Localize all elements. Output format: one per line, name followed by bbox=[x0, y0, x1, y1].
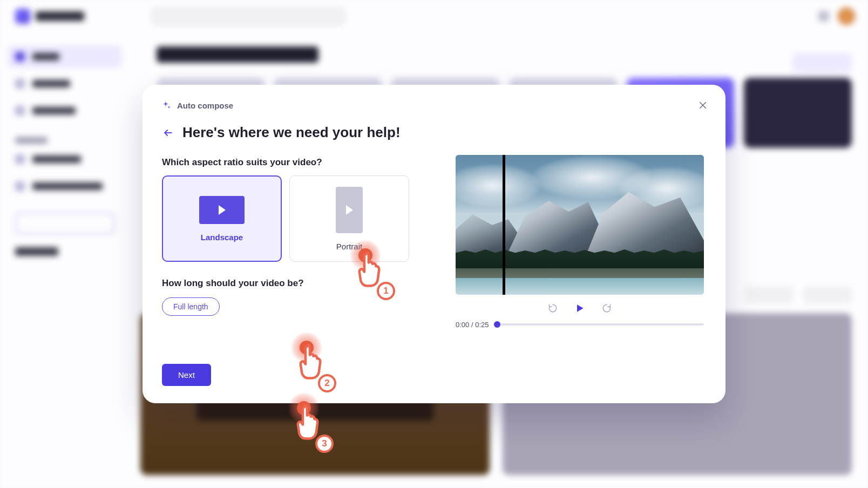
video-preview-frame[interactable] bbox=[456, 155, 704, 295]
modal-backdrop: Auto compose Here's where we need your h… bbox=[0, 0, 868, 488]
video-timeline: 0:00 / 0:25 bbox=[456, 321, 704, 329]
video-preview-area: 0:00 / 0:25 bbox=[456, 155, 704, 329]
landscape-glyph-icon bbox=[199, 196, 245, 224]
modal-title: Here's where we need your help! bbox=[182, 124, 401, 141]
seek-bar[interactable] bbox=[496, 323, 704, 326]
player-controls bbox=[456, 302, 704, 314]
breadcrumb-label: Auto compose bbox=[177, 101, 233, 110]
portrait-glyph-icon bbox=[336, 187, 363, 233]
back-button[interactable] bbox=[162, 127, 174, 139]
clip-cut-indicator bbox=[503, 155, 505, 295]
length-question: How long should your video be? bbox=[162, 278, 415, 289]
time-total: 0:25 bbox=[475, 321, 489, 329]
play-icon bbox=[574, 303, 585, 314]
skip-forward-icon bbox=[601, 303, 612, 314]
skip-back-button[interactable] bbox=[547, 302, 559, 314]
close-icon bbox=[698, 100, 708, 110]
play-button[interactable] bbox=[574, 302, 586, 314]
skip-back-icon bbox=[547, 303, 558, 314]
play-icon bbox=[346, 205, 353, 215]
play-icon bbox=[219, 205, 226, 215]
skip-forward-button[interactable] bbox=[601, 302, 613, 314]
aspect-ratio-question: Which aspect ratio suits your video? bbox=[162, 157, 415, 168]
auto-compose-modal: Auto compose Here's where we need your h… bbox=[143, 85, 725, 403]
aspect-option-landscape[interactable]: Landscape bbox=[162, 175, 282, 262]
time-current: 0:00 bbox=[456, 321, 469, 329]
aspect-landscape-label: Landscape bbox=[201, 233, 243, 242]
svg-marker-3 bbox=[577, 304, 584, 311]
aspect-option-portrait[interactable]: Portrait bbox=[289, 175, 409, 262]
modal-left-panel: Auto compose Here's where we need your h… bbox=[143, 85, 434, 403]
seek-thumb[interactable] bbox=[494, 321, 500, 328]
sparkle-icon bbox=[162, 101, 171, 110]
aspect-portrait-label: Portrait bbox=[336, 242, 362, 251]
close-button[interactable] bbox=[695, 98, 710, 113]
next-button[interactable]: Next bbox=[162, 364, 211, 386]
modal-breadcrumb: Auto compose bbox=[162, 101, 415, 110]
time-label: 0:00 / 0:25 bbox=[456, 321, 489, 329]
modal-right-panel: 0:00 / 0:25 bbox=[434, 85, 725, 403]
length-option-full-length[interactable]: Full length bbox=[162, 297, 220, 316]
arrow-left-icon bbox=[162, 127, 173, 138]
